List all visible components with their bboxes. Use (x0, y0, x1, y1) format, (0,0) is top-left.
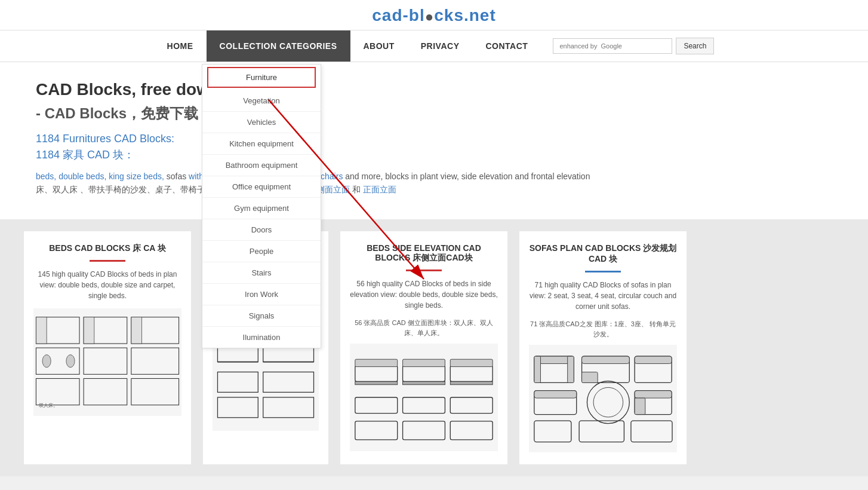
svg-rect-36 (355, 397, 398, 414)
link-front-elevation[interactable]: 正面立面 (363, 185, 396, 194)
svg-rect-41 (450, 421, 493, 440)
card-4-desc: 71 high quality CAD Blocks of sofas in p… (529, 280, 677, 312)
card-1-title: BEDS CAD BLOCKS 床 CA 块 (33, 243, 181, 254)
nav-privacy[interactable]: PRIVACY (408, 30, 473, 62)
svg-rect-3 (36, 317, 47, 344)
dropdown-item-ironwork[interactable]: Iron Work (202, 284, 321, 305)
svg-rect-50 (635, 356, 672, 363)
dropdown-item-signals[interactable]: Signals (202, 305, 321, 327)
card-4-image (529, 345, 677, 452)
svg-rect-28 (355, 359, 398, 366)
svg-rect-48 (582, 372, 598, 383)
main-nav: HOME COLLECTION CATEGORIES ABOUT PRIVACY… (0, 30, 868, 62)
svg-rect-44 (534, 356, 541, 382)
svg-rect-26 (263, 397, 314, 417)
dropdown-item-people[interactable]: People (202, 241, 321, 262)
search-button[interactable]: Search (676, 38, 714, 54)
card-1-divider (90, 260, 125, 262)
svg-rect-37 (403, 397, 445, 414)
svg-rect-12 (131, 348, 179, 374)
main-content: CAD Blocks, free download - - CAD Blocks… (0, 62, 868, 219)
dropdown-item-kitchen[interactable]: Kitchen equipment (202, 133, 321, 155)
nav-about[interactable]: ABOUT (350, 30, 408, 62)
svg-rect-34 (450, 359, 493, 366)
svg-text:双人床。: 双人床。 (39, 403, 58, 408)
svg-rect-40 (403, 421, 445, 440)
svg-rect-58 (534, 421, 571, 442)
card-3-image (350, 344, 498, 451)
card-beds-side-elevation: BEDS SIDE ELEVATION CAD BLOCKS 床侧立面CAD块 … (340, 231, 507, 464)
page-subheading: - CAD Blocks，免费下载 - (36, 104, 832, 123)
nav-collection-categories[interactable]: COLLECTION CATEGORIES (207, 30, 350, 62)
card-4-title: SOFAS PLAN CAD BLOCKS 沙发规划 CAD 块 (529, 243, 677, 265)
svg-rect-31 (403, 359, 445, 366)
svg-rect-39 (355, 421, 398, 440)
svg-rect-32 (403, 381, 445, 384)
page-heading: CAD Blocks, free download - (36, 80, 832, 99)
svg-point-10 (66, 355, 75, 368)
card-4-divider (585, 271, 621, 272)
svg-rect-45 (568, 356, 574, 382)
categories-dropdown: Furniture Vegetation Vehicles Kitchen eq… (202, 64, 321, 348)
cards-section: BEDS CAD BLOCKS 床 CA 块 145 high quality … (0, 219, 868, 476)
card-3-title: BEDS SIDE ELEVATION CAD BLOCKS 床侧立面CAD块 (350, 243, 498, 264)
svg-point-9 (42, 355, 51, 368)
search-area: Search (553, 38, 714, 54)
dropdown-item-bathroom[interactable]: Bathroom equipment (202, 155, 321, 176)
svg-rect-23 (217, 372, 258, 392)
svg-rect-47 (582, 356, 630, 363)
dropdown-item-furniture[interactable]: Furniture (207, 67, 316, 88)
svg-rect-60 (631, 421, 672, 442)
card-3-desc: 56 high quality CAD Blocks of beds in si… (350, 278, 498, 311)
card-beds-plan: BEDS CAD BLOCKS 床 CA 块 145 high quality … (24, 231, 191, 464)
title-dot: ● (425, 8, 435, 24)
site-title: cad-bl●cks.net (0, 6, 868, 30)
card-3-divider (406, 270, 442, 271)
svg-point-54 (593, 387, 623, 417)
svg-rect-7 (131, 317, 142, 344)
card-1-image: 双人床。 (33, 308, 181, 416)
svg-rect-15 (131, 378, 179, 405)
dropdown-item-office[interactable]: Office equipment (202, 176, 321, 198)
page-description-cn: 床、双人床 、带扶手椅的沙发、桌子、带椅子的桌子等、植物视图中的块、 侧面立面 … (36, 185, 832, 195)
card-1-desc: 145 high quality CAD Blocks of beds in p… (33, 269, 181, 301)
svg-rect-59 (579, 421, 624, 442)
card-3-desc-cn: 56 张高品质 CAD 侧立面图库块：双人床、双人床、单人床。 (350, 318, 498, 338)
nav-contact[interactable]: CONTACT (472, 30, 541, 62)
search-input[interactable] (553, 38, 672, 54)
svg-rect-57 (635, 398, 645, 414)
svg-rect-14 (84, 378, 127, 405)
dropdown-item-vegetation[interactable]: Vegetation (202, 90, 321, 112)
svg-rect-25 (217, 397, 258, 417)
page-description-en: beds, double beds, king size beds, sofas… (36, 172, 832, 181)
link-side-elevation[interactable]: 侧面立面 (316, 185, 350, 194)
svg-rect-5 (84, 317, 94, 344)
svg-rect-27 (355, 366, 398, 382)
svg-rect-38 (450, 397, 493, 414)
nav-home[interactable]: HOME (154, 30, 207, 62)
svg-rect-24 (263, 372, 314, 392)
link-beds[interactable]: beds, double beds, king size beds, (36, 172, 164, 181)
dropdown-item-stairs[interactable]: Stairs (202, 262, 321, 284)
dropdown-item-doors[interactable]: Doors (202, 219, 321, 241)
card-4-desc-cn: 71 张高品质CAD之发 图库：1座、3座、 转角单元沙发。 (529, 319, 677, 339)
furnitures-count-en: 1184 Furnitures CAD Blocks: (36, 133, 832, 145)
svg-rect-33 (450, 366, 493, 382)
svg-rect-11 (84, 348, 127, 374)
card-sofas-plan: SOFAS PLAN CAD BLOCKS 沙发规划 CAD 块 71 high… (519, 231, 687, 464)
svg-rect-30 (403, 366, 445, 382)
furnitures-count-cn: 1184 家具 CAD 块： (36, 148, 832, 162)
svg-rect-56 (635, 391, 672, 398)
svg-rect-35 (450, 381, 493, 384)
dropdown-item-gym[interactable]: Gym equipment (202, 198, 321, 219)
svg-rect-13 (36, 378, 79, 405)
dropdown-item-ilumination[interactable]: Ilumination (202, 327, 321, 348)
svg-rect-29 (355, 381, 398, 384)
dropdown-item-vehicles[interactable]: Vehicles (202, 112, 321, 133)
svg-rect-52 (534, 391, 577, 398)
